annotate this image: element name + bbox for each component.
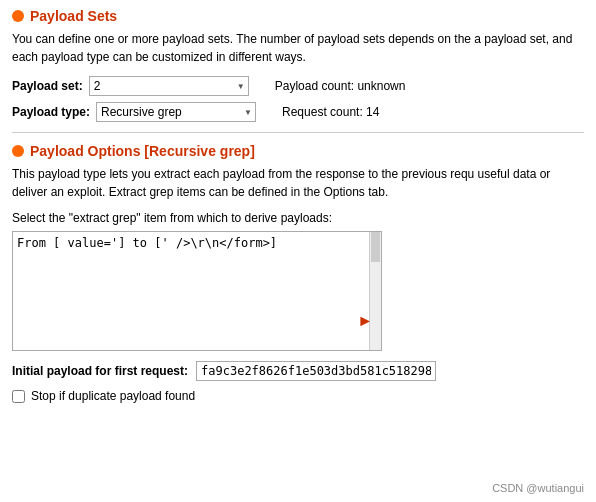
request-count-text: Request count: 14 xyxy=(282,105,379,119)
section1-description: You can define one or more payload sets.… xyxy=(12,30,584,66)
play-icon: ► xyxy=(357,312,373,330)
payload-set-label: Payload set: xyxy=(12,79,83,93)
section1-title: Payload Sets xyxy=(30,8,117,24)
section1-bullet xyxy=(12,10,24,22)
stop-duplicate-label[interactable]: Stop if duplicate payload found xyxy=(31,389,195,403)
section2-header: Payload Options [Recursive grep] xyxy=(12,143,584,159)
payload-set-select-wrapper[interactable]: 1 2 3 4 xyxy=(89,76,249,96)
section2-description: This payload type lets you extract each … xyxy=(12,165,584,201)
payload-type-select[interactable]: Simple list Runtime file Custom iterator… xyxy=(96,102,256,122)
watermark-text: CSDN @wutiangui xyxy=(492,482,584,494)
stop-duplicate-row: Stop if duplicate payload found xyxy=(12,389,584,403)
section1-header: Payload Sets xyxy=(12,8,584,24)
payload-count-text: Payload count: unknown xyxy=(275,79,406,93)
section2-title: Payload Options [Recursive grep] xyxy=(30,143,255,159)
payload-set-row: Payload set: 1 2 3 4 Payload count: unkn… xyxy=(12,76,584,96)
payload-type-row: Payload type: Simple list Runtime file C… xyxy=(12,102,584,122)
scrollbar-thumb[interactable] xyxy=(371,232,380,262)
section2-container: Payload Options [Recursive grep] This pa… xyxy=(12,143,584,403)
grep-item-content: From [ value='] to [' />\r\n</form>] xyxy=(17,236,377,346)
scrollbar-track[interactable] xyxy=(369,232,381,350)
section2-bullet xyxy=(12,145,24,157)
main-container: Payload Sets You can define one or more … xyxy=(0,0,596,411)
payload-set-select[interactable]: 1 2 3 4 xyxy=(89,76,249,96)
stop-duplicate-checkbox[interactable] xyxy=(12,390,25,403)
payload-type-label: Payload type: xyxy=(12,105,90,119)
extract-grep-label: Select the "extract grep" item from whic… xyxy=(12,211,584,225)
initial-payload-label: Initial payload for first request: xyxy=(12,364,188,378)
initial-payload-row: Initial payload for first request: xyxy=(12,361,584,381)
section-divider xyxy=(12,132,584,133)
grep-item-textarea-container[interactable]: From [ value='] to [' />\r\n</form>] ► xyxy=(12,231,382,351)
initial-payload-input[interactable] xyxy=(196,361,436,381)
payload-type-select-wrapper[interactable]: Simple list Runtime file Custom iterator… xyxy=(96,102,256,122)
